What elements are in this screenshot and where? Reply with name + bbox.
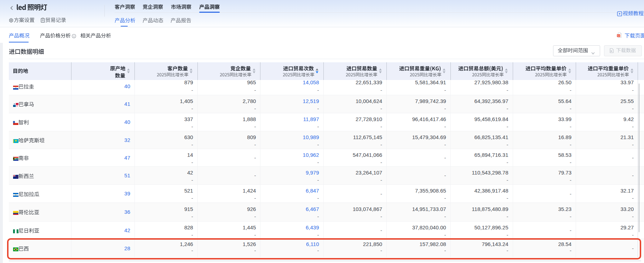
svg-text:PDF: PDF — [617, 35, 620, 36]
